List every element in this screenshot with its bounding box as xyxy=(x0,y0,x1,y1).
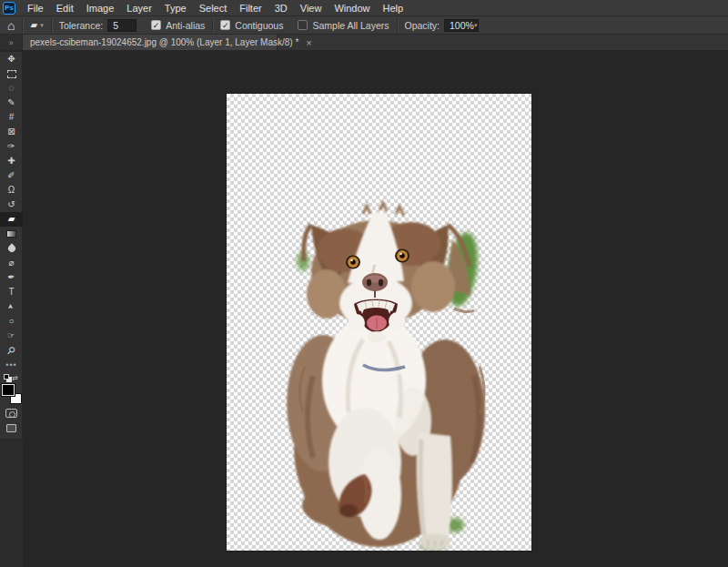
document-canvas[interactable] xyxy=(227,94,531,551)
menu-bar: Ps FileEditImageLayerTypeSelectFilter3DV… xyxy=(0,0,728,16)
magic-eraser-icon: ▰ xyxy=(30,20,37,30)
mini-swatch-row: ⇄ xyxy=(0,372,22,382)
document-tab-bar: » pexels-csibeman-19024652.jpg @ 100% (L… xyxy=(0,35,728,51)
edit-toolbar-button[interactable]: ••• xyxy=(0,358,23,372)
menu-item-3d[interactable]: 3D xyxy=(268,0,294,16)
frame-tool[interactable]: ⊠ xyxy=(0,125,23,139)
tool-list: ✥◌✎#⊠✑✚✐Ω↺▰⌀✒T➤○☞⚲••• xyxy=(0,52,22,372)
contiguous-checkbox[interactable] xyxy=(220,20,230,30)
history-brush-tool[interactable]: ↺ xyxy=(0,197,23,212)
color-swatches xyxy=(2,384,22,404)
hand-tool[interactable]: ☞ xyxy=(0,329,23,343)
chevron-down-icon: ▾ xyxy=(474,22,478,29)
menu-items: FileEditImageLayerTypeSelectFilter3DView… xyxy=(21,0,410,16)
menu-item-image[interactable]: Image xyxy=(80,0,121,16)
home-group: ⌂ xyxy=(0,16,22,34)
type-tool[interactable]: T xyxy=(0,285,23,299)
clone-stamp-tool[interactable]: Ω xyxy=(0,183,23,197)
gradient-tool[interactable] xyxy=(0,227,23,241)
menu-item-file[interactable]: File xyxy=(21,0,50,16)
tool-options-bar: ⌂ ▰ ▾ Tolerance: 5 Anti-alias Contiguous… xyxy=(0,16,728,35)
sample-all-layers-checkbox[interactable] xyxy=(298,20,308,30)
menu-item-help[interactable]: Help xyxy=(377,0,410,16)
tool-preset-picker[interactable]: ▰ ▾ xyxy=(23,16,50,34)
healing-brush-tool[interactable]: ✚ xyxy=(0,154,23,168)
magic-eraser-tool[interactable]: ▰ xyxy=(0,212,23,227)
brush-tool[interactable]: ✐ xyxy=(0,168,23,183)
home-icon[interactable]: ⌂ xyxy=(7,19,15,32)
anti-alias-option[interactable]: Anti-alias xyxy=(144,16,212,34)
opacity-group: Opacity: 100% ▾ xyxy=(398,16,487,34)
quick-mask-icon xyxy=(5,409,17,418)
close-tab-icon[interactable]: × xyxy=(306,37,311,48)
zoom-tool[interactable]: ⚲ xyxy=(0,343,23,358)
tolerance-label: Tolerance: xyxy=(59,20,103,31)
sample-all-layers-option[interactable]: Sample All Layers xyxy=(290,16,396,34)
eyedropper-tool[interactable]: ✑ xyxy=(0,139,23,154)
opacity-input[interactable]: 100% ▾ xyxy=(444,19,479,32)
quick-mask-button[interactable] xyxy=(0,406,23,420)
screen-mode-button[interactable] xyxy=(0,420,23,435)
tools-panel: ✥◌✎#⊠✑✚✐Ω↺▰⌀✒T➤○☞⚲••• ⇄ xyxy=(0,52,23,439)
path-selection-tool[interactable]: ➤ xyxy=(0,299,23,314)
ellipse-tool[interactable]: ○ xyxy=(0,314,23,329)
tools-column: ✥◌✎#⊠✑✚✐Ω↺▰⌀✒T➤○☞⚲••• ⇄ xyxy=(0,52,23,567)
contiguous-option[interactable]: Contiguous xyxy=(213,16,290,34)
menu-item-type[interactable]: Type xyxy=(158,0,193,16)
anti-alias-label: Anti-alias xyxy=(166,20,205,31)
workspace: ✥◌✎#⊠✑✚✐Ω↺▰⌀✒T➤○☞⚲••• ⇄ xyxy=(0,52,728,567)
quick-selection-tool[interactable]: ✎ xyxy=(0,96,23,110)
swap-colors-icon[interactable]: ⇄ xyxy=(12,374,18,382)
menu-item-edit[interactable]: Edit xyxy=(50,0,80,16)
dodge-tool[interactable]: ⌀ xyxy=(0,256,23,270)
tools-panel-collapse-button[interactable]: » xyxy=(0,35,23,50)
screen-mode-icon xyxy=(6,424,16,432)
marquee-tool[interactable] xyxy=(0,66,23,81)
default-colors-icon[interactable] xyxy=(4,374,12,382)
lasso-tool[interactable]: ◌ xyxy=(0,81,23,96)
menu-item-layer[interactable]: Layer xyxy=(120,0,158,16)
foreground-color-swatch[interactable] xyxy=(2,384,15,396)
anti-alias-checkbox[interactable] xyxy=(151,20,161,30)
pen-tool[interactable]: ✒ xyxy=(0,270,23,285)
photoshop-logo-icon[interactable]: Ps xyxy=(3,2,15,15)
crop-tool[interactable]: # xyxy=(0,110,23,125)
blur-tool[interactable] xyxy=(0,241,23,256)
move-tool[interactable]: ✥ xyxy=(0,52,23,66)
sample-all-layers-label: Sample All Layers xyxy=(312,20,389,31)
chevron-down-icon: ▾ xyxy=(40,22,44,29)
opacity-label: Opacity: xyxy=(405,20,440,31)
document-tab[interactable]: pexels-csibeman-19024652.jpg @ 100% (Lay… xyxy=(23,35,278,50)
tolerance-input[interactable]: 5 xyxy=(107,19,136,32)
opacity-value: 100% xyxy=(450,20,474,31)
menu-item-view[interactable]: View xyxy=(294,0,329,16)
dog-image xyxy=(227,94,531,551)
menu-item-window[interactable]: Window xyxy=(328,0,376,16)
document-tab-title: pexels-csibeman-19024652.jpg @ 100% (Lay… xyxy=(30,37,298,47)
menu-item-filter[interactable]: Filter xyxy=(233,0,268,16)
tolerance-group: Tolerance: 5 xyxy=(52,16,144,34)
menu-item-select[interactable]: Select xyxy=(193,0,234,16)
contiguous-label: Contiguous xyxy=(235,20,283,31)
